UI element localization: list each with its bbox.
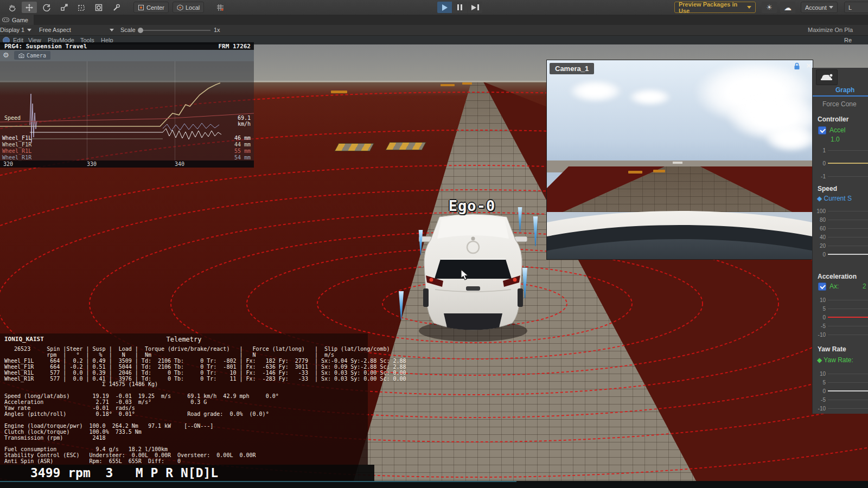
chevron-down-icon xyxy=(747,6,751,9)
accel-checkbox[interactable] xyxy=(818,126,826,134)
hand-tool-icon[interactable] xyxy=(4,2,20,13)
yaw-section-title: Yaw Rate xyxy=(818,345,846,353)
speed-bump-marker xyxy=(334,143,374,151)
rotate-tool-icon[interactable] xyxy=(39,2,54,13)
x-tick: 320 xyxy=(3,161,13,167)
bottom-bar xyxy=(0,481,868,488)
custom-tool-icon[interactable] xyxy=(108,2,124,13)
step-icon xyxy=(471,5,476,10)
suspension-x-axis: 320 330 340 xyxy=(0,160,254,168)
cloud-services-icon[interactable]: ☁ xyxy=(780,2,795,13)
accel-value: 1.0 xyxy=(831,136,840,143)
wheel-trace-value: 54 mm xyxy=(222,155,251,160)
suspension-panel-titlebar: PRG4: Suspension Travel FRM 17262 xyxy=(0,42,254,50)
tab-force-cones[interactable]: Force Cone xyxy=(822,100,857,108)
road-marker xyxy=(331,91,347,93)
pivot-center-label: Center xyxy=(146,4,164,11)
telemetry-title: Telemetry xyxy=(0,336,368,343)
scale-tool-icon[interactable] xyxy=(56,2,72,13)
frame-counter: FRM 17262 xyxy=(218,43,251,50)
local-cube-icon xyxy=(177,4,183,11)
menu-right-clipped[interactable]: Re xyxy=(844,37,852,43)
mouse-cursor xyxy=(460,269,470,281)
orientation-local-button[interactable]: Local xyxy=(173,2,204,13)
gear-status-band: 3499 rpm 3 M P R N[D]L xyxy=(0,465,374,481)
camera-mode-button[interactable]: Camera xyxy=(14,51,50,60)
ax-legend: Ax: xyxy=(829,282,839,290)
camera-mode-label: Camera xyxy=(27,53,46,59)
pivot-center-button[interactable]: Center xyxy=(133,2,169,13)
ax-value: 2 xyxy=(863,282,866,290)
wheel-trace-value: 44 mm xyxy=(222,142,251,147)
progress-activity-icon[interactable]: ☀ xyxy=(762,2,777,13)
wheel-trace-label: Wheel_F1L xyxy=(2,135,31,141)
camera1-window: Camera_1 × xyxy=(546,60,813,260)
speed-legend: ◆ Current S xyxy=(817,195,852,202)
scale-slider-knob[interactable] xyxy=(138,28,143,33)
legend-marker-icon: ◆ xyxy=(817,356,822,364)
wheel-trace-value: 46 mm xyxy=(222,135,251,141)
suspension-travel-panel: PRG4: Suspension Travel FRM 17262 ⚙ Came… xyxy=(0,42,254,168)
aspect-dropdown[interactable]: Free Aspect xyxy=(39,27,114,33)
layers-label: L xyxy=(848,4,852,11)
cloud xyxy=(764,124,813,152)
camera-icon xyxy=(18,53,24,58)
yaw-graph: 10 5 0 -5 -10 xyxy=(814,370,868,412)
layers-dropdown[interactable]: L xyxy=(844,2,868,13)
suspension-graph: Speed 69.1 km/h Wheel_F1L Wheel_F1R Whee… xyxy=(0,61,254,160)
chevron-down-icon xyxy=(829,6,833,9)
gear-icon[interactable]: ⚙ xyxy=(3,51,9,59)
move-tool-icon[interactable] xyxy=(22,2,37,13)
road-marker xyxy=(462,82,472,85)
road-marker xyxy=(441,84,455,86)
center-pivot-icon xyxy=(138,4,144,11)
aspect-label: Free Aspect xyxy=(39,27,71,33)
cloud xyxy=(628,88,672,106)
suspension-traces xyxy=(0,61,254,160)
controller-section-title: Controller xyxy=(818,115,848,123)
scale-slider-track[interactable] xyxy=(139,30,210,31)
pause-button[interactable] xyxy=(452,2,467,13)
play-button[interactable] xyxy=(437,2,452,13)
tab-graph[interactable]: Graph xyxy=(835,86,854,94)
speed-trace-value: 69.1 km/h xyxy=(222,115,251,127)
tab-bar: Game xyxy=(0,15,868,25)
lock-icon[interactable] xyxy=(793,62,801,70)
vehicle-panel-button[interactable] xyxy=(816,69,838,85)
ax-checkbox[interactable] xyxy=(818,282,826,291)
rpm-gear-indicator: 3499 rpm 3 M P R N[D]L xyxy=(30,466,218,480)
camera1-title: Camera_1 xyxy=(550,63,594,74)
tab-underline xyxy=(813,95,868,97)
car-settings-icon xyxy=(820,73,833,82)
tab-game[interactable]: Game xyxy=(0,15,34,25)
speed-section-title: Speed xyxy=(818,185,837,192)
display-dropdown[interactable]: Display 1 xyxy=(0,27,31,33)
chevron-down-icon xyxy=(110,29,114,31)
telemetry-panel: IONIQ_KAIST Telemetry 26523 Spin |Steer … xyxy=(0,333,368,465)
step-button[interactable] xyxy=(468,2,482,13)
telemetry-readout: 26523 Spin |Steer | Susp | Load | Torque… xyxy=(4,346,406,465)
preview-packages-label: Preview Packages in Use xyxy=(679,1,745,14)
pause-icon xyxy=(457,4,459,10)
unity-editor-window: Ego-0 Center Local xyxy=(0,0,868,488)
speed-bump-marker xyxy=(385,142,426,150)
transform-tool-icon[interactable] xyxy=(91,2,106,13)
preview-packages-dropdown[interactable]: Preview Packages in Use xyxy=(674,2,756,13)
ego-vehicle-label: Ego-0 xyxy=(431,197,513,214)
wheel-trace-label: Wheel_R1R xyxy=(2,155,31,160)
maximize-on-play-toggle[interactable]: Maximize On Pla xyxy=(808,27,853,33)
legend-marker-icon: ◆ xyxy=(817,195,822,202)
controller-graph: 1 0 -1 xyxy=(814,147,868,181)
game-view-toolbar: Display 1 Free Aspect Scale 1x Maximize … xyxy=(0,25,868,36)
grid-snap-icon[interactable] xyxy=(213,2,228,13)
wheel-trace-label: Wheel_R1L xyxy=(2,148,31,154)
scale-label: Scale xyxy=(120,27,136,33)
rect-tool-icon[interactable] xyxy=(74,2,89,13)
game-tab-icon xyxy=(2,17,9,23)
close-icon[interactable]: × xyxy=(806,61,811,70)
account-dropdown[interactable]: Account xyxy=(801,2,838,13)
speed-trace-label: Speed xyxy=(4,115,21,121)
wheel-trace-value: 55 mm xyxy=(222,148,251,154)
accel-legend: Accel xyxy=(829,126,845,134)
acceleration-section-title: Acceleration xyxy=(818,273,857,280)
